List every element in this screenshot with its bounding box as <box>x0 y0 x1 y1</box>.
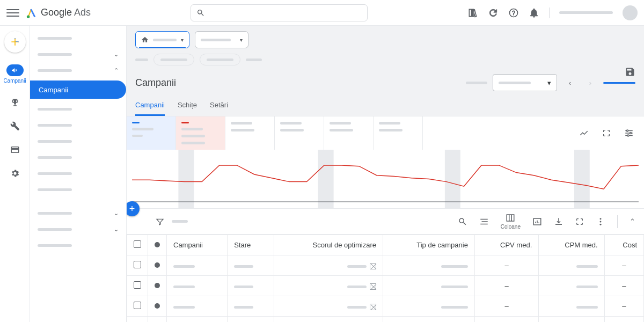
hamburger-menu-icon[interactable] <box>6 6 19 19</box>
col-cpv[interactable]: CPV med. <box>474 235 538 255</box>
date-range-selector[interactable]: ▾ <box>493 74 557 91</box>
secondary-nav: ⌄ ⌃ Campanii ⌄ ⌄ <box>30 26 127 322</box>
breadcrumb-chip[interactable] <box>200 54 240 65</box>
tab-settings[interactable]: Setări <box>210 96 228 116</box>
search-input[interactable] <box>191 4 368 21</box>
product-logo[interactable]: Google Ads <box>26 7 91 19</box>
breadcrumb-chip[interactable] <box>153 54 194 65</box>
table-row[interactable]: –– <box>127 296 644 317</box>
col-status[interactable]: Stare <box>228 235 274 255</box>
nav-item-campaigns-active[interactable]: Campanii <box>30 80 126 99</box>
nav-item[interactable]: ⌄ <box>30 46 126 62</box>
table-header-row: Campanii Stare Scorul de optimizare Tip … <box>127 235 644 255</box>
library-icon[interactable] <box>467 8 478 18</box>
nav-item[interactable] <box>30 237 126 253</box>
rail-item-admin[interactable] <box>0 166 30 180</box>
wrench-icon <box>10 121 20 131</box>
nav-item[interactable] <box>30 30 126 46</box>
tab-drafts[interactable]: Schițe <box>178 96 197 116</box>
col-cpm[interactable]: CPM med. <box>539 235 604 255</box>
opt-score-unavailable-icon <box>370 283 376 290</box>
chevron-up-icon[interactable]: ⌃ <box>630 217 635 225</box>
notifications-icon[interactable] <box>529 8 539 18</box>
megaphone-icon <box>11 66 19 75</box>
col-opt-score[interactable]: Scorul de optimizare <box>274 235 383 255</box>
nav-item[interactable] <box>30 117 126 133</box>
save-icon[interactable] <box>625 67 635 77</box>
nav-item[interactable] <box>30 101 126 117</box>
table-row[interactable]: –– <box>127 255 644 276</box>
product-name: Google Ads <box>41 7 91 18</box>
campaigns-table: Campanii Stare Scorul de optimizare Tip … <box>127 235 644 322</box>
account-scope-selector[interactable]: ▾ <box>135 31 189 48</box>
nav-item[interactable] <box>30 181 126 197</box>
table-toolbar: + Coloane ⌃ <box>127 209 644 235</box>
date-prev-button[interactable]: ‹ <box>562 75 577 90</box>
summary-card[interactable] <box>374 116 423 150</box>
rail-item-tools[interactable] <box>0 119 30 133</box>
svg-point-4 <box>630 133 632 134</box>
top-bar: Google Ads ? <box>0 0 644 26</box>
table-row[interactable]: –– <box>127 317 644 323</box>
download-icon[interactable] <box>554 217 564 226</box>
rail-item-label: Campanii <box>3 78 26 84</box>
cell-cost: – <box>604 276 643 296</box>
cell-cost: – <box>604 317 643 323</box>
chevron-down-icon: ⌄ <box>114 51 119 58</box>
col-campaign[interactable]: Campanii <box>167 235 228 255</box>
summary-card[interactable] <box>225 116 275 150</box>
rail-item-billing[interactable] <box>0 143 30 157</box>
columns-button[interactable]: Coloane <box>501 213 521 230</box>
chevron-down-icon: ▾ <box>181 37 184 43</box>
status-dot <box>155 283 160 288</box>
create-button[interactable] <box>4 31 26 53</box>
chart-type-icon[interactable] <box>579 128 589 138</box>
nav-item[interactable] <box>30 165 126 181</box>
nav-item[interactable]: ⌃ <box>30 62 126 78</box>
table-row[interactable]: –– <box>127 276 644 296</box>
ads-logo-icon <box>26 7 38 19</box>
rail-item-campaigns[interactable]: Campanii <box>0 62 30 86</box>
summary-card[interactable] <box>176 116 225 150</box>
summary-card[interactable] <box>127 116 176 150</box>
summary-card[interactable] <box>275 116 324 150</box>
scope-selector[interactable]: ▾ <box>195 31 248 48</box>
rail-item-goals[interactable] <box>0 96 30 109</box>
cell-cpv: – <box>474 317 538 323</box>
status-dot-header <box>155 242 160 247</box>
search-icon[interactable] <box>458 217 467 226</box>
opt-score-unavailable-icon <box>370 263 376 269</box>
user-avatar[interactable] <box>623 5 638 20</box>
add-campaign-button[interactable]: + <box>127 201 140 216</box>
refresh-icon[interactable] <box>488 8 499 18</box>
nav-item[interactable] <box>30 149 126 165</box>
row-checkbox[interactable] <box>134 281 141 289</box>
svg-point-13 <box>600 218 602 219</box>
svg-rect-11 <box>507 215 515 221</box>
cell-cost: – <box>604 255 643 276</box>
expand-icon[interactable] <box>575 217 584 226</box>
tab-campaigns[interactable]: Campanii <box>135 96 165 116</box>
row-checkbox[interactable] <box>134 302 141 309</box>
segment-icon[interactable] <box>479 217 489 226</box>
expand-icon[interactable] <box>601 128 612 138</box>
row-checkbox[interactable] <box>134 261 141 268</box>
col-type[interactable]: Tip de campanie <box>383 235 474 255</box>
summary-card[interactable] <box>324 116 374 150</box>
view-tabs: Campanii Schițe Setări <box>127 96 644 116</box>
select-all-checkbox[interactable] <box>134 240 141 248</box>
breadcrumb <box>127 54 644 70</box>
nav-item[interactable] <box>30 133 126 149</box>
left-rail: Campanii <box>0 26 30 322</box>
gear-icon <box>10 169 20 178</box>
svg-point-15 <box>600 223 602 225</box>
col-cost[interactable]: Cost <box>604 235 643 255</box>
reports-icon[interactable] <box>532 217 542 226</box>
filter-icon[interactable] <box>156 217 164 226</box>
settings-sliders-icon[interactable] <box>624 128 634 138</box>
nav-item[interactable]: ⌄ <box>30 205 126 221</box>
more-icon[interactable] <box>596 217 605 226</box>
trophy-icon <box>10 98 20 107</box>
help-icon[interactable]: ? <box>508 8 519 18</box>
nav-item[interactable]: ⌄ <box>30 221 126 237</box>
